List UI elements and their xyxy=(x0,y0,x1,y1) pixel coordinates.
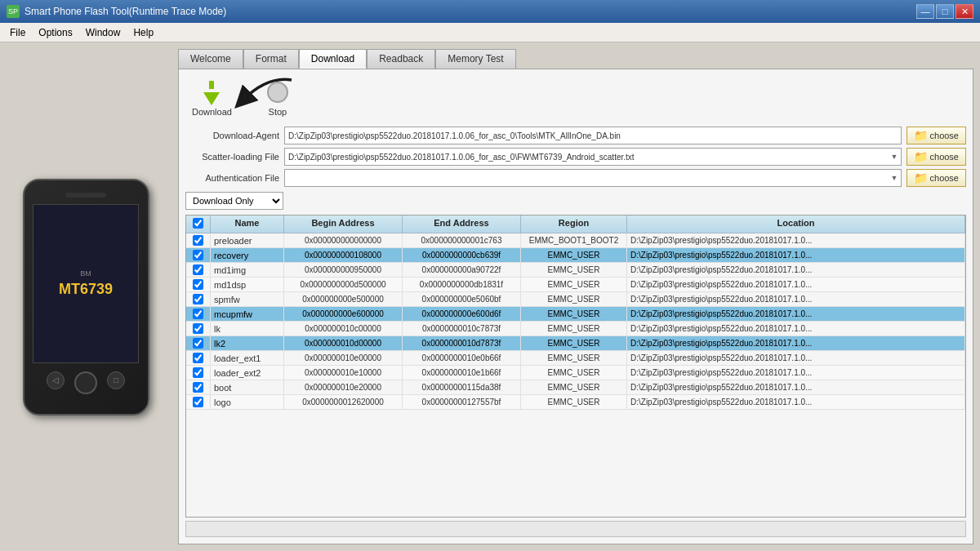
tab-welcome[interactable]: Welcome xyxy=(178,49,243,69)
row-check-cell[interactable] xyxy=(186,380,211,394)
row-location: D:\ZipZip03\prestigio\psp5522duo.2018101… xyxy=(627,307,965,321)
scatter-label: Scatter-loading File xyxy=(185,152,279,162)
row-checkbox[interactable] xyxy=(193,397,203,407)
row-check-cell[interactable] xyxy=(186,278,211,291)
row-checkbox[interactable] xyxy=(193,353,203,363)
tab-readback[interactable]: Readback xyxy=(367,49,435,69)
row-location: D:\ZipZip03\prestigio\psp5522duo.2018101… xyxy=(627,233,965,247)
row-checkbox[interactable] xyxy=(193,250,203,260)
row-end: 0x00000000127557bf xyxy=(403,395,521,409)
row-region: EMMC_USER xyxy=(521,248,627,262)
row-checkbox[interactable] xyxy=(193,279,203,290)
row-check-cell[interactable] xyxy=(186,336,211,350)
tab-format[interactable]: Format xyxy=(243,49,299,69)
file-table: Name Begin Address End Address Region Lo… xyxy=(185,215,966,518)
menu-options[interactable]: Options xyxy=(32,25,78,40)
mode-row: Download Only Firmware Upgrade Download … xyxy=(185,192,966,210)
row-checkbox[interactable] xyxy=(193,235,203,246)
mode-select[interactable]: Download Only Firmware Upgrade Download … xyxy=(185,192,283,210)
stop-button[interactable]: Stop xyxy=(265,79,291,117)
row-check-cell[interactable] xyxy=(186,366,211,380)
tab-memory-test[interactable]: Memory Test xyxy=(435,49,515,69)
scatter-select-wrapper: D:\ZipZip03\prestigio\psp5522duo.2018101… xyxy=(284,148,902,166)
row-begin: 0x000000010e10000 xyxy=(284,366,403,380)
table-row: md1img 0x000000000950000 0x000000000a907… xyxy=(186,263,965,278)
row-region: EMMC_USER xyxy=(521,395,627,409)
row-check-cell[interactable] xyxy=(186,263,211,277)
row-checkbox[interactable] xyxy=(193,264,203,275)
download-button[interactable]: Download xyxy=(192,79,232,117)
tab-bar: Welcome Format Download Readback Memory … xyxy=(178,49,973,69)
row-location: D:\ZipZip03\prestigio\psp5522duo.2018101… xyxy=(627,322,965,335)
row-name: lk xyxy=(211,322,284,335)
folder-icon-1: 📁 xyxy=(914,129,928,142)
row-location: D:\ZipZip03\prestigio\psp5522duo.2018101… xyxy=(627,351,965,365)
row-location: D:\ZipZip03\prestigio\psp5522duo.2018101… xyxy=(627,263,965,277)
row-begin: 0x000000000e600000 xyxy=(284,307,403,321)
row-end: 0x000000000e5060bf xyxy=(403,292,521,306)
auth-select[interactable] xyxy=(284,169,902,187)
row-region: EMMC_USER xyxy=(521,366,627,380)
row-begin: 0x000000010d00000 xyxy=(284,336,403,350)
row-check-cell[interactable] xyxy=(186,233,211,247)
app-icon: SP xyxy=(7,5,20,18)
table-header: Name Begin Address End Address Region Lo… xyxy=(186,216,965,233)
tab-download[interactable]: Download xyxy=(299,49,367,69)
choose-scatter-label: choose xyxy=(930,152,959,162)
row-checkbox[interactable] xyxy=(193,294,203,304)
menu-help[interactable]: Help xyxy=(127,25,160,40)
row-name: recovery xyxy=(211,248,284,262)
row-check-cell[interactable] xyxy=(186,395,211,409)
row-checkbox[interactable] xyxy=(193,367,203,378)
menu-file[interactable]: File xyxy=(3,25,32,40)
folder-icon-3: 📁 xyxy=(914,171,928,184)
scatter-file-row: Scatter-loading File D:\ZipZip03\prestig… xyxy=(185,148,966,166)
row-name: spmfw xyxy=(211,292,284,306)
choose-auth-button[interactable]: 📁 choose xyxy=(906,169,966,187)
menu-window[interactable]: Window xyxy=(79,25,127,40)
row-check-cell[interactable] xyxy=(186,322,211,335)
table-row: spmfw 0x000000000e500000 0x000000000e506… xyxy=(186,292,965,307)
row-checkbox[interactable] xyxy=(193,309,203,319)
row-check-cell[interactable] xyxy=(186,248,211,262)
row-location: D:\ZipZip03\prestigio\psp5522duo.2018101… xyxy=(627,248,965,262)
row-check-cell[interactable] xyxy=(186,307,211,321)
row-begin: 0x0000000000d500000 xyxy=(284,278,403,291)
row-region: EMMC_USER xyxy=(521,336,627,350)
table-row: mcupmfw 0x000000000e600000 0x000000000e6… xyxy=(186,307,965,322)
header-checkbox[interactable] xyxy=(193,218,203,229)
window-title: Smart Phone Flash Tool(Runtime Trace Mod… xyxy=(24,6,226,17)
choose-agent-button[interactable]: 📁 choose xyxy=(906,127,966,144)
row-region: EMMC_USER xyxy=(521,322,627,335)
row-name: md1dsp xyxy=(211,278,284,291)
row-name: loader_ext1 xyxy=(211,351,284,365)
row-check-cell[interactable] xyxy=(186,351,211,365)
th-begin: Begin Address xyxy=(284,216,403,233)
maximize-button[interactable]: □ xyxy=(936,4,954,19)
download-stem xyxy=(209,81,214,89)
phone-recent-btn: □ xyxy=(107,371,125,389)
th-region: Region xyxy=(521,216,627,233)
close-button[interactable]: ✕ xyxy=(956,4,973,19)
download-agent-label: Download-Agent xyxy=(185,131,279,140)
row-name: logo xyxy=(211,395,284,409)
minimize-button[interactable]: — xyxy=(916,4,934,19)
th-end: End Address xyxy=(403,216,521,233)
row-end: 0x0000000000cb639f xyxy=(403,248,521,262)
scatter-select[interactable]: D:\ZipZip03\prestigio\psp5522duo.2018101… xyxy=(284,148,902,166)
row-begin: 0x000000010e20000 xyxy=(284,380,403,394)
row-region: EMMC_USER xyxy=(521,380,627,394)
table-row: loader_ext1 0x000000010e00000 0x00000000… xyxy=(186,351,965,366)
row-checkbox[interactable] xyxy=(193,382,203,393)
choose-scatter-button[interactable]: 📁 choose xyxy=(906,148,966,166)
row-checkbox[interactable] xyxy=(193,338,203,349)
row-end: 0x0000000010e1b66f xyxy=(403,366,521,380)
download-agent-input[interactable] xyxy=(284,127,902,144)
download-icon xyxy=(198,79,225,105)
table-row: preloader 0x000000000000000 0x0000000000… xyxy=(186,233,965,248)
progress-area xyxy=(185,521,966,537)
row-check-cell[interactable] xyxy=(186,292,211,306)
row-begin: 0x000000000e500000 xyxy=(284,292,403,306)
row-checkbox[interactable] xyxy=(193,323,203,334)
row-name: md1img xyxy=(211,263,284,277)
